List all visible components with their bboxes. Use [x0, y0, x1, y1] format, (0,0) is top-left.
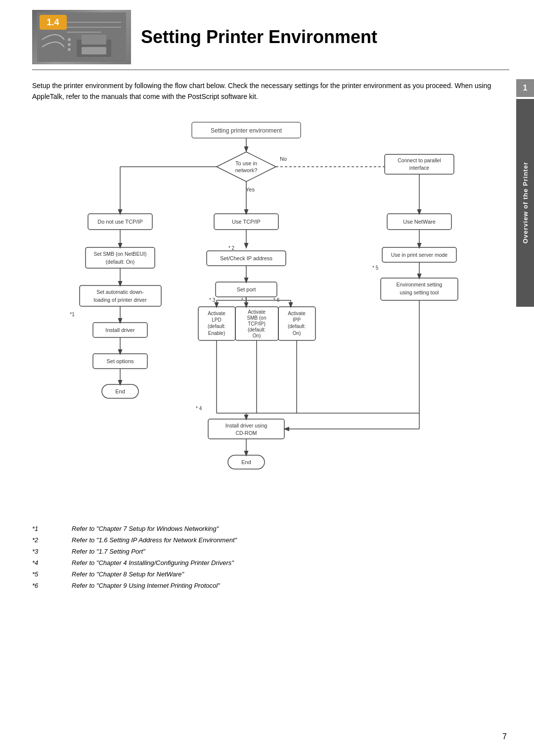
- svg-text:Set port: Set port: [236, 286, 256, 292]
- footnote-text-1: Refer to "Chapter 7 Setup for Windows Ne…: [72, 525, 219, 532]
- svg-text:IPP: IPP: [292, 317, 300, 323]
- footnote-text-6: Refer to "Chapter 9 Using Internet Print…: [72, 582, 220, 589]
- svg-text:Use in print server mode: Use in print server mode: [391, 252, 447, 258]
- svg-text:CD-ROM: CD-ROM: [235, 430, 257, 436]
- footnote-ref-3: *3: [32, 548, 72, 555]
- svg-text:interface: interface: [409, 165, 429, 171]
- svg-text:Set/Check IP address: Set/Check IP address: [220, 255, 272, 261]
- svg-text:SMB (on: SMB (on: [247, 315, 266, 321]
- svg-text:End: End: [115, 388, 125, 394]
- chapter-number-label: 1: [523, 84, 528, 93]
- footnote-item-5: *5 Refer to "Chapter 8 Setup for NetWare…: [32, 570, 509, 578]
- footnote-text-2: Refer to "1.6 Setting IP Address for Net…: [72, 536, 237, 544]
- svg-text:LPD: LPD: [212, 317, 221, 323]
- header-decoration: 1.4: [32, 10, 131, 64]
- svg-text:(default:: (default:: [207, 324, 225, 329]
- svg-text:Environment setting: Environment setting: [396, 282, 442, 287]
- page-title: Setting Printer Environment: [141, 27, 377, 47]
- svg-marker-15: [217, 152, 276, 182]
- svg-text:On): On): [292, 331, 301, 336]
- svg-text:* 2: * 2: [228, 245, 234, 251]
- footnote-ref-2: *2: [32, 536, 72, 544]
- svg-text:To use in: To use in: [235, 160, 257, 166]
- svg-text:Activate: Activate: [208, 311, 225, 316]
- svg-text:Set options: Set options: [106, 358, 134, 364]
- intro-paragraph: Setup the printer environment by followi…: [32, 80, 509, 102]
- footnote-item-2: *2 Refer to "1.6 Setting IP Address for …: [32, 536, 509, 544]
- svg-text:Install driver: Install driver: [105, 327, 135, 333]
- svg-point-9: [68, 38, 71, 41]
- footnote-item-1: *1 Refer to "Chapter 7 Setup for Windows…: [32, 525, 509, 532]
- svg-text:Yes: Yes: [246, 187, 255, 192]
- svg-text:(default: On): (default: On): [105, 259, 134, 265]
- footnote-ref-5: *5: [32, 570, 72, 578]
- svg-point-11: [68, 48, 71, 51]
- svg-text:* 3: * 3: [209, 297, 216, 303]
- svg-text:* 5: * 5: [372, 265, 379, 271]
- footnote-ref-6: *6: [32, 582, 72, 589]
- page-header: 1.4 Settin: [32, 10, 509, 70]
- svg-text:End: End: [241, 459, 251, 465]
- svg-text:(default:: (default:: [287, 324, 305, 329]
- svg-text:Use TCP/IP: Use TCP/IP: [232, 219, 261, 225]
- footnote-text-4: Refer to "Chapter 4 Installing/Configuri…: [72, 559, 234, 567]
- svg-text:(default:: (default:: [247, 327, 265, 332]
- svg-rect-98: [208, 419, 284, 439]
- footnote-text-3: Refer to "1.7 Setting Port": [72, 548, 145, 555]
- footnotes-section: *1 Refer to "Chapter 7 Setup for Windows…: [32, 525, 509, 589]
- svg-text:loading of printer driver: loading of printer driver: [93, 297, 147, 303]
- flowchart-svg: Setting printer environment To use in ne…: [48, 117, 493, 503]
- footnote-item-3: *3 Refer to "1.7 Setting Port": [32, 548, 509, 555]
- svg-text:Setting printer environment: Setting printer environment: [210, 127, 282, 134]
- side-tab-label: Overview of the Printer: [522, 162, 529, 243]
- footnote-ref-4: *4: [32, 559, 72, 567]
- svg-text:using setting tool: using setting tool: [400, 289, 439, 295]
- flowchart-container: Setting printer environment To use in ne…: [48, 117, 493, 505]
- header-graphic: 1.4: [37, 12, 126, 62]
- footnote-ref-1: *1: [32, 525, 72, 532]
- footnote-item-6: *6 Refer to "Chapter 9 Using Internet Pr…: [32, 582, 509, 589]
- svg-text:Connect to parallel: Connect to parallel: [398, 157, 441, 163]
- footnote-text-5: Refer to "Chapter 8 Setup for NetWare": [72, 570, 184, 578]
- svg-text:On): On): [252, 333, 261, 338]
- page-number: 7: [502, 732, 507, 741]
- svg-text:Activate: Activate: [288, 311, 306, 316]
- svg-text:Use NetWare: Use NetWare: [403, 219, 436, 225]
- svg-text:TCP/IP): TCP/IP): [248, 321, 266, 327]
- svg-text:network?: network?: [235, 167, 257, 173]
- svg-text:* 4: * 4: [196, 406, 202, 411]
- svg-text:Enable): Enable): [208, 331, 224, 336]
- header-image: 1.4: [32, 10, 131, 64]
- svg-point-10: [68, 43, 71, 46]
- svg-text:Set automatic down-: Set automatic down-: [96, 289, 144, 295]
- svg-rect-7: [82, 35, 106, 45]
- side-chapter-number: 1: [516, 79, 534, 97]
- footnote-item-4: *4 Refer to "Chapter 4 Installing/Config…: [32, 559, 509, 567]
- svg-text:Set SMB (on NetBEUI): Set SMB (on NetBEUI): [93, 251, 146, 257]
- svg-text:*1: *1: [70, 312, 75, 317]
- svg-text:No: No: [279, 156, 286, 162]
- svg-text:Activate: Activate: [248, 309, 266, 315]
- svg-text:Do not use TCP/IP: Do not use TCP/IP: [97, 219, 143, 225]
- svg-text:1.4: 1.4: [46, 17, 59, 27]
- svg-rect-8: [82, 47, 106, 54]
- svg-text:Install driver using: Install driver using: [225, 423, 267, 428]
- side-tab: Overview of the Printer: [516, 99, 534, 307]
- main-content: 1.4 Settin: [32, 0, 509, 589]
